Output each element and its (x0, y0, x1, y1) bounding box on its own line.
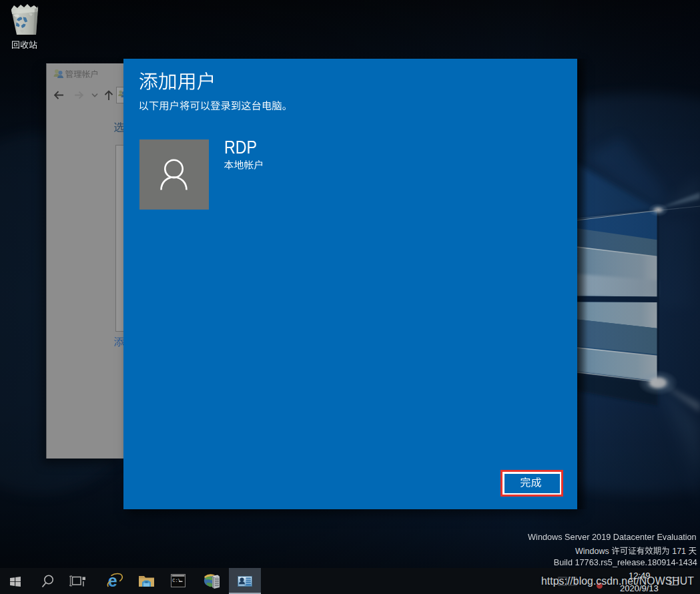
svg-text:C:\: C:\ (172, 578, 181, 583)
svg-text:171: 171 (672, 545, 686, 555)
svg-text:Windows: Windows (575, 545, 609, 555)
